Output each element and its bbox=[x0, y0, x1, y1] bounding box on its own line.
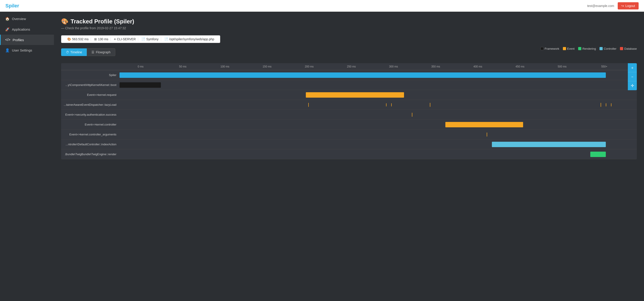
memory-value: 130 ms bbox=[98, 37, 108, 41]
sidebar: 🏠 Overview 🚀 Applications </> Profiles 👤… bbox=[0, 12, 54, 301]
bar-kernel-boot bbox=[120, 82, 161, 88]
sidebar-item-label: User Settings bbox=[12, 48, 32, 52]
logo[interactable]: Spiler bbox=[6, 3, 19, 9]
header: Spiler test@example.com ↪ Logout bbox=[0, 0, 644, 12]
time-label-3: 150 ms bbox=[246, 65, 288, 68]
legend-label-event: Event bbox=[567, 47, 574, 50]
timeline-row-spiler[interactable]: Spiler bbox=[61, 70, 637, 80]
zoom-controls: ＋ － ✛ bbox=[628, 63, 637, 90]
timeline-container: 0 ms 50 ms 100 ms 150 ms 200 ms 250 ms 3… bbox=[61, 63, 637, 159]
row-bar-area-index-action bbox=[120, 139, 637, 149]
legend-framework: Framework bbox=[540, 47, 559, 50]
time-label-10: 500 ms bbox=[541, 65, 583, 68]
logout-icon: ↪ bbox=[621, 4, 624, 8]
time-label-0: 0 ms bbox=[120, 65, 162, 68]
row-label-spiler: Spiler bbox=[61, 73, 120, 77]
framework-icon: 📄 bbox=[141, 37, 145, 41]
tick-lazyload-6 bbox=[606, 103, 606, 106]
bar-kernel-request bbox=[306, 92, 404, 98]
bar-index-action bbox=[492, 142, 606, 147]
user-email: test@example.com bbox=[587, 4, 614, 8]
time-label-2: 100 ms bbox=[204, 65, 246, 68]
logout-button[interactable]: ↪ Logout bbox=[618, 2, 638, 10]
timeline-row-controller-args[interactable]: Event=>kernel.controller_arguments bbox=[61, 130, 637, 139]
legend-label-controller: Controller bbox=[604, 47, 616, 50]
framework-value: Symfony bbox=[146, 37, 158, 41]
sidebar-item-profiles[interactable]: </> Profiles bbox=[0, 35, 54, 45]
tick-lazyload-4 bbox=[430, 103, 430, 107]
tick-lazyload-1 bbox=[308, 103, 309, 107]
tick-lazyload-5 bbox=[601, 103, 601, 107]
sidebar-item-overview[interactable]: 🏠 Overview bbox=[0, 14, 54, 24]
row-bar-area-kernel-boot bbox=[120, 80, 637, 90]
timeline-row-kernel-controller[interactable]: Event=>kernel.controller bbox=[61, 120, 637, 130]
zoom-in-button[interactable]: ＋ bbox=[628, 63, 637, 72]
row-label-index-action: ...ntroller\DefaultController::indexActi… bbox=[61, 143, 120, 146]
tabs: ⏱ Timeline ☰ Flowgraph bbox=[61, 48, 115, 56]
legend-color-rendering bbox=[578, 47, 581, 50]
code-icon: </> bbox=[5, 38, 10, 42]
sidebar-item-label: Profiles bbox=[12, 38, 24, 42]
row-bar-area-kernel-request bbox=[120, 90, 637, 100]
legend-database: Database bbox=[620, 47, 637, 50]
timeline-row-kernel-boot[interactable]: ...y\Component\HttpKernel\Kernel::boot bbox=[61, 80, 637, 90]
sidebar-item-label: Applications bbox=[12, 28, 30, 31]
bar-spiler bbox=[120, 73, 606, 78]
tab-timeline-label: Timeline bbox=[70, 50, 82, 54]
legend-color-database bbox=[620, 47, 623, 50]
row-label-kernel-request: Event=>kernel.request bbox=[61, 93, 120, 97]
info-bar: 🎨 563.532 ms ⊞ 130 ms ≡ CLI-SERVER 📄 Sym… bbox=[61, 35, 220, 43]
timeline-row-auth-success[interactable]: Event=>security.authentication.success bbox=[61, 110, 637, 120]
server-value: CLI-SERVER bbox=[117, 37, 136, 41]
palette-icon: 🎨 bbox=[61, 18, 68, 25]
layout: 🏠 Overview 🚀 Applications </> Profiles 👤… bbox=[0, 12, 644, 301]
sidebar-item-applications[interactable]: 🚀 Applications bbox=[0, 24, 54, 35]
tab-flowgraph-label: Flowgraph bbox=[96, 50, 110, 54]
timeline-row-lazyload[interactable]: ...tainerAwareEventDispatcher::lazyLoad bbox=[61, 100, 637, 110]
tabs-and-legend: ⏱ Timeline ☰ Flowgraph Framework Event bbox=[61, 48, 637, 60]
page-subtitle: — Check the profile from 2019-02-27 15:4… bbox=[61, 26, 637, 30]
timeline-row-kernel-request[interactable]: Event=>kernel.request bbox=[61, 90, 637, 100]
legend-color-controller bbox=[600, 47, 603, 50]
row-label-kernel-boot: ...y\Component\HttpKernel\Kernel::boot bbox=[61, 83, 120, 87]
file-icon: 📄 bbox=[164, 37, 168, 41]
server-icon: ≡ bbox=[114, 37, 116, 41]
main-content: 🎨 Tracked Profile (Spiler) — Check the p… bbox=[54, 12, 644, 301]
tab-flowgraph[interactable]: ☰ Flowgraph bbox=[87, 48, 115, 56]
logout-label: Logout bbox=[625, 4, 635, 8]
legend-label-rendering: Rendering bbox=[582, 47, 596, 50]
info-duration: 🎨 563.532 ms bbox=[65, 37, 91, 41]
legend-controller: Controller bbox=[600, 47, 616, 50]
tab-timeline[interactable]: ⏱ Timeline bbox=[61, 48, 87, 56]
legend: Framework Event Rendering Controller Dat… bbox=[540, 47, 637, 50]
page-title-text: Tracked Profile (Spiler) bbox=[70, 18, 134, 25]
flowgraph-icon: ☰ bbox=[92, 50, 94, 54]
row-bar-area-spiler bbox=[120, 70, 637, 80]
time-label-5: 250 ms bbox=[330, 65, 372, 68]
time-axis: 0 ms 50 ms 100 ms 150 ms 200 ms 250 ms 3… bbox=[61, 63, 637, 70]
legend-label-framework: Framework bbox=[545, 47, 559, 50]
bar-twig-render bbox=[590, 152, 606, 157]
row-bar-area-kernel-controller bbox=[120, 120, 637, 129]
row-label-controller-args: Event=>kernel.controller_arguments bbox=[61, 133, 120, 136]
tick-controller-args bbox=[487, 133, 487, 137]
timeline-row-index-action[interactable]: ...ntroller\DefaultController::indexActi… bbox=[61, 139, 637, 149]
user-icon: 👤 bbox=[5, 48, 10, 52]
row-bar-area-controller-args bbox=[120, 130, 637, 139]
file-value: /opt/spiler/symfony/web/app.php bbox=[169, 37, 214, 41]
zoom-out-button[interactable]: － bbox=[628, 72, 637, 81]
legend-rendering: Rendering bbox=[578, 47, 596, 50]
page-header: 🎨 Tracked Profile (Spiler) — Check the p… bbox=[61, 18, 637, 30]
info-file: 📄 /opt/spiler/symfony/web/app.php bbox=[162, 37, 216, 41]
legend-color-framework bbox=[540, 47, 544, 50]
tick-auth-success bbox=[412, 113, 412, 117]
tick-lazyload-7 bbox=[611, 103, 612, 106]
page-title: 🎨 Tracked Profile (Spiler) bbox=[61, 18, 637, 25]
tick-lazyload-2 bbox=[386, 103, 386, 106]
row-label-twig-render: .Bundle\TwigBundle\TwigEngine::render bbox=[61, 153, 120, 156]
zoom-reset-button[interactable]: ✛ bbox=[628, 81, 637, 90]
time-label-7: 350 ms bbox=[414, 65, 457, 68]
timeline-row-twig-render[interactable]: .Bundle\TwigBundle\TwigEngine::render bbox=[61, 149, 637, 159]
tick-lazyload-3 bbox=[391, 103, 392, 106]
sidebar-item-user-settings[interactable]: 👤 User Settings bbox=[0, 45, 54, 56]
